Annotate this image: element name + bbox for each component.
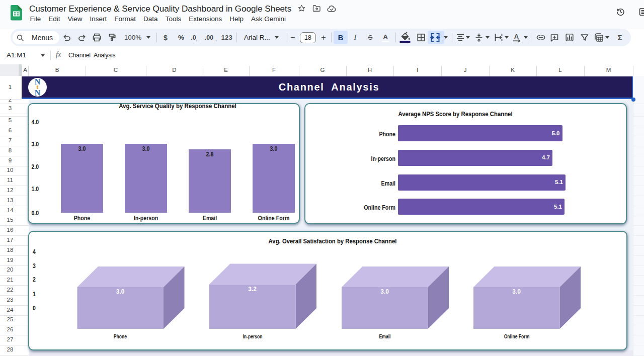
svg-text:3.0: 3.0 <box>116 288 125 295</box>
svg-text:3.0: 3.0 <box>380 288 389 295</box>
svg-text:3.2: 3.2 <box>248 286 257 293</box>
svg-text:A: A <box>514 33 519 40</box>
svg-text:3.0: 3.0 <box>512 288 521 295</box>
